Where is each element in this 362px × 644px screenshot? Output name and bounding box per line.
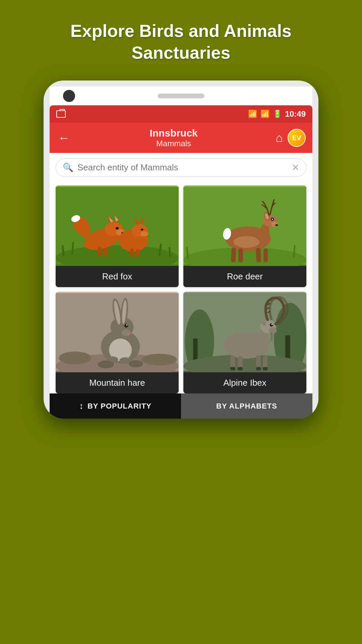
animal-card-red-fox[interactable]: Red fox	[56, 185, 179, 287]
tab-by-alphabets[interactable]: BY ALPHABETS	[181, 393, 312, 419]
svg-rect-39	[231, 248, 236, 262]
phone-frame: 📶 📶 🔋 10:49 ← Innsbruck Mammals ⌂ EV 🔍	[44, 80, 318, 419]
animal-card-mountain-hare[interactable]: Mountain hare	[56, 292, 179, 393]
svg-rect-81	[230, 367, 235, 370]
svg-rect-24	[130, 249, 134, 257]
clear-search-button[interactable]: ✕	[292, 162, 299, 173]
search-bar[interactable]: 🔍 ✕	[56, 158, 306, 177]
phone-speaker	[158, 94, 204, 98]
app-logo[interactable]: EV	[288, 129, 306, 147]
search-icon: 🔍	[63, 162, 73, 173]
svg-point-18	[140, 231, 148, 236]
red-fox-label: Red fox	[56, 266, 179, 287]
svg-point-34	[275, 224, 278, 226]
svg-point-53	[127, 333, 129, 335]
svg-point-36	[272, 219, 273, 220]
svg-point-63	[129, 360, 143, 367]
svg-point-73	[269, 327, 277, 334]
roe-deer-image	[183, 185, 306, 266]
status-right: 📶 📶 🔋 10:49	[248, 109, 306, 119]
mountain-hare-image	[56, 292, 179, 372]
alpine-ibex-image	[183, 292, 306, 372]
header-title-block: Innsbruck Mammals	[72, 127, 276, 148]
svg-rect-78	[238, 356, 242, 369]
status-left	[56, 110, 66, 118]
animal-card-alpine-ibex[interactable]: Alpine Ibex	[183, 292, 306, 393]
svg-rect-79	[256, 356, 261, 369]
header-icons: ⌂ EV	[276, 129, 306, 147]
tab-alphabets-label: BY ALPHABETS	[216, 402, 277, 411]
header-city: Innsbruck	[72, 127, 276, 139]
svg-point-14	[116, 227, 119, 230]
back-button[interactable]: ←	[56, 129, 72, 147]
svg-point-62	[98, 361, 114, 368]
app-header: ← Innsbruck Mammals ⌂ EV	[50, 123, 312, 153]
sort-icon: ↕	[79, 401, 83, 411]
status-bar: 📶 📶 🔋 10:49	[50, 105, 312, 123]
animal-card-roe-deer[interactable]: Roe deer	[183, 185, 306, 287]
svg-point-48	[141, 354, 177, 366]
svg-point-44	[234, 236, 259, 248]
tab-by-popularity[interactable]: ↕ BY POPULARITY	[50, 393, 181, 419]
mountain-hare-label: Mountain hare	[56, 372, 179, 393]
svg-point-52	[122, 329, 131, 336]
svg-rect-31	[261, 224, 269, 242]
svg-rect-22	[98, 247, 102, 257]
animals-grid: Red fox	[50, 182, 312, 393]
svg-point-75	[272, 324, 273, 325]
svg-rect-77	[230, 356, 235, 369]
battery-icon: 🔋	[273, 110, 282, 118]
svg-point-21	[141, 229, 143, 231]
status-time: 10:49	[285, 109, 306, 119]
svg-rect-42	[264, 249, 268, 262]
svg-rect-80	[263, 356, 268, 369]
tab-popularity-label: BY POPULARITY	[87, 402, 152, 411]
phone-screen: 📶 📶 🔋 10:49 ← Innsbruck Mammals ⌂ EV 🔍	[50, 105, 312, 419]
svg-point-55	[126, 324, 128, 326]
header-category: Mammals	[72, 139, 276, 148]
page-title: Explore Birds and Animals Sanctuaries	[44, 0, 318, 80]
svg-rect-82	[238, 367, 242, 370]
home-icon[interactable]: ⌂	[276, 131, 283, 145]
bottom-tabs: ↕ BY POPULARITY BY ALPHABETS	[50, 393, 312, 419]
svg-point-74	[270, 323, 273, 327]
search-input[interactable]	[77, 162, 292, 173]
svg-rect-23	[104, 248, 108, 257]
photo-icon	[56, 110, 66, 118]
svg-rect-41	[256, 248, 261, 262]
roe-deer-label: Roe deer	[183, 266, 306, 287]
alpine-ibex-label: Alpine Ibex	[183, 372, 306, 393]
wifi-icon: 📶	[248, 110, 257, 118]
phone-notch	[50, 87, 312, 105]
svg-rect-40	[238, 249, 243, 263]
svg-rect-25	[136, 249, 140, 257]
signal-icon: 📶	[260, 110, 269, 118]
search-container: 🔍 ✕	[50, 153, 312, 182]
front-camera	[63, 90, 75, 102]
svg-rect-83	[256, 367, 261, 370]
svg-rect-84	[263, 367, 268, 370]
svg-point-47	[59, 352, 92, 365]
red-fox-image	[56, 185, 179, 266]
